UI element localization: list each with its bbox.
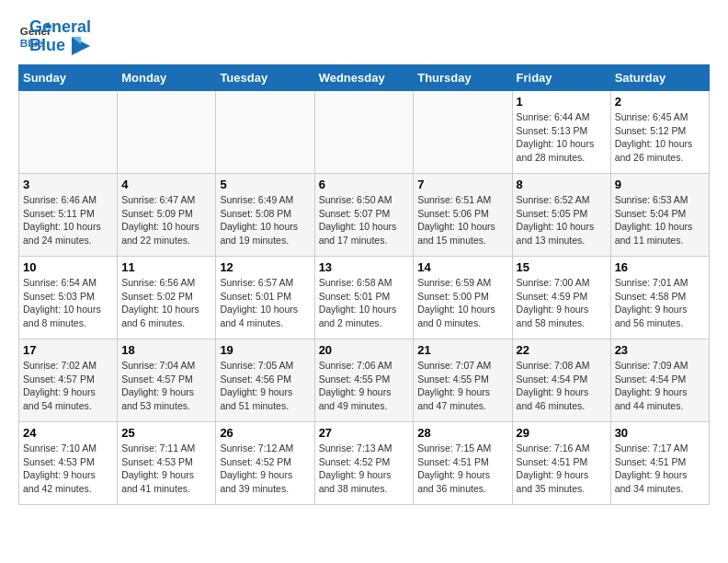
calendar-cell: 4Sunrise: 6:47 AMSunset: 5:09 PMDaylight…	[118, 174, 216, 257]
calendar-cell: 28Sunrise: 7:15 AMSunset: 4:51 PMDayligh…	[414, 422, 512, 505]
calendar-cell: 22Sunrise: 7:08 AMSunset: 4:54 PMDayligh…	[512, 339, 610, 422]
calendar-cell: 14Sunrise: 6:59 AMSunset: 5:00 PMDayligh…	[414, 257, 512, 339]
day-number: 1	[517, 95, 607, 109]
calendar-cell: 7Sunrise: 6:51 AMSunset: 5:06 PMDaylight…	[414, 174, 512, 257]
calendar-cell	[314, 91, 414, 174]
day-number: 22	[517, 343, 607, 357]
day-number: 20	[319, 343, 410, 357]
calendar-cell: 20Sunrise: 7:06 AMSunset: 4:55 PMDayligh…	[314, 339, 414, 422]
day-info: Sunrise: 6:58 AMSunset: 5:01 PMDaylight:…	[319, 276, 410, 330]
day-info: Sunrise: 7:00 AMSunset: 4:59 PMDaylight:…	[517, 276, 607, 330]
logo-name: GeneralBlue	[29, 18, 91, 55]
day-info: Sunrise: 7:13 AMSunset: 4:52 PMDaylight:…	[319, 442, 410, 496]
day-number: 18	[121, 343, 211, 357]
day-info: Sunrise: 6:49 AMSunset: 5:08 PMDaylight:…	[220, 193, 310, 247]
page-header: General Blue GeneralBlue	[18, 18, 710, 55]
calendar-cell: 25Sunrise: 7:11 AMSunset: 4:53 PMDayligh…	[118, 422, 216, 505]
day-number: 16	[615, 260, 705, 274]
calendar-cell: 18Sunrise: 7:04 AMSunset: 4:57 PMDayligh…	[118, 339, 216, 422]
day-number: 4	[121, 178, 211, 191]
day-info: Sunrise: 7:02 AMSunset: 4:57 PMDaylight:…	[23, 359, 113, 413]
day-info: Sunrise: 7:17 AMSunset: 4:51 PMDaylight:…	[615, 442, 705, 496]
day-number: 8	[517, 178, 607, 191]
calendar-cell: 29Sunrise: 7:16 AMSunset: 4:51 PMDayligh…	[512, 422, 610, 505]
calendar-week-row: 3Sunrise: 6:46 AMSunset: 5:11 PMDaylight…	[19, 174, 710, 257]
weekday-header: Saturday	[610, 65, 709, 91]
calendar-cell	[216, 91, 314, 174]
calendar-cell: 17Sunrise: 7:02 AMSunset: 4:57 PMDayligh…	[19, 339, 118, 422]
day-number: 17	[23, 343, 113, 357]
calendar-cell: 19Sunrise: 7:05 AMSunset: 4:56 PMDayligh…	[216, 339, 314, 422]
day-number: 5	[220, 178, 310, 191]
calendar-cell: 23Sunrise: 7:09 AMSunset: 4:54 PMDayligh…	[610, 339, 709, 422]
day-info: Sunrise: 7:15 AMSunset: 4:51 PMDaylight:…	[417, 442, 507, 496]
day-number: 23	[615, 343, 705, 357]
day-number: 10	[23, 260, 113, 274]
calendar-table: SundayMondayTuesdayWednesdayThursdayFrid…	[18, 64, 710, 505]
day-info: Sunrise: 7:04 AMSunset: 4:57 PMDaylight:…	[121, 359, 211, 413]
calendar-week-row: 17Sunrise: 7:02 AMSunset: 4:57 PMDayligh…	[19, 339, 710, 422]
day-info: Sunrise: 6:44 AMSunset: 5:13 PMDaylight:…	[517, 110, 607, 165]
day-info: Sunrise: 6:47 AMSunset: 5:09 PMDaylight:…	[121, 193, 211, 247]
day-number: 25	[121, 426, 211, 440]
weekday-header: Friday	[512, 65, 610, 91]
day-info: Sunrise: 6:59 AMSunset: 5:00 PMDaylight:…	[417, 276, 507, 330]
calendar-cell: 12Sunrise: 6:57 AMSunset: 5:01 PMDayligh…	[216, 257, 314, 339]
day-number: 12	[220, 260, 310, 274]
weekday-header: Wednesday	[314, 65, 414, 91]
day-number: 19	[220, 343, 310, 357]
day-info: Sunrise: 6:56 AMSunset: 5:02 PMDaylight:…	[121, 276, 211, 330]
day-info: Sunrise: 7:16 AMSunset: 4:51 PMDaylight:…	[517, 442, 607, 496]
calendar-cell	[19, 91, 118, 174]
logo: General Blue GeneralBlue	[18, 18, 91, 55]
calendar-cell	[118, 91, 216, 174]
day-number: 3	[23, 178, 113, 191]
calendar-cell: 5Sunrise: 6:49 AMSunset: 5:08 PMDaylight…	[216, 174, 314, 257]
day-info: Sunrise: 6:54 AMSunset: 5:03 PMDaylight:…	[23, 276, 113, 330]
day-number: 6	[319, 178, 410, 191]
weekday-header: Monday	[118, 65, 216, 91]
day-number: 2	[615, 95, 705, 109]
day-info: Sunrise: 7:10 AMSunset: 4:53 PMDaylight:…	[23, 442, 113, 496]
day-info: Sunrise: 7:08 AMSunset: 4:54 PMDaylight:…	[517, 359, 607, 413]
day-number: 28	[417, 426, 507, 440]
day-number: 7	[417, 178, 507, 191]
day-number: 15	[517, 260, 607, 274]
day-info: Sunrise: 6:50 AMSunset: 5:07 PMDaylight:…	[319, 193, 410, 247]
day-info: Sunrise: 7:06 AMSunset: 4:55 PMDaylight:…	[319, 359, 410, 413]
day-number: 26	[220, 426, 310, 440]
day-number: 29	[517, 426, 607, 440]
calendar-cell: 30Sunrise: 7:17 AMSunset: 4:51 PMDayligh…	[610, 422, 709, 505]
day-info: Sunrise: 7:12 AMSunset: 4:52 PMDaylight:…	[220, 442, 310, 496]
calendar-cell: 10Sunrise: 6:54 AMSunset: 5:03 PMDayligh…	[19, 257, 118, 339]
day-info: Sunrise: 7:11 AMSunset: 4:53 PMDaylight:…	[121, 442, 211, 496]
calendar-cell: 15Sunrise: 7:00 AMSunset: 4:59 PMDayligh…	[512, 257, 610, 339]
day-info: Sunrise: 7:07 AMSunset: 4:55 PMDaylight:…	[417, 359, 507, 413]
calendar-cell: 11Sunrise: 6:56 AMSunset: 5:02 PMDayligh…	[118, 257, 216, 339]
calendar-week-row: 10Sunrise: 6:54 AMSunset: 5:03 PMDayligh…	[19, 257, 710, 339]
day-info: Sunrise: 6:45 AMSunset: 5:12 PMDaylight:…	[615, 110, 705, 165]
day-number: 24	[23, 426, 113, 440]
calendar-cell	[414, 91, 512, 174]
day-number: 11	[121, 260, 211, 274]
calendar-cell: 3Sunrise: 6:46 AMSunset: 5:11 PMDaylight…	[19, 174, 118, 257]
calendar-cell: 6Sunrise: 6:50 AMSunset: 5:07 PMDaylight…	[314, 174, 414, 257]
weekday-header: Thursday	[414, 65, 512, 91]
day-info: Sunrise: 6:46 AMSunset: 5:11 PMDaylight:…	[23, 193, 113, 247]
day-number: 13	[319, 260, 410, 274]
calendar-cell: 9Sunrise: 6:53 AMSunset: 5:04 PMDaylight…	[610, 174, 709, 257]
calendar-cell: 26Sunrise: 7:12 AMSunset: 4:52 PMDayligh…	[216, 422, 314, 505]
calendar-cell: 2Sunrise: 6:45 AMSunset: 5:12 PMDaylight…	[610, 91, 709, 174]
calendar-cell: 27Sunrise: 7:13 AMSunset: 4:52 PMDayligh…	[314, 422, 414, 505]
day-info: Sunrise: 6:51 AMSunset: 5:06 PMDaylight:…	[417, 193, 507, 247]
day-number: 30	[615, 426, 705, 440]
day-number: 9	[615, 178, 705, 191]
weekday-header: Sunday	[19, 65, 118, 91]
weekday-header: Tuesday	[216, 65, 314, 91]
day-info: Sunrise: 7:09 AMSunset: 4:54 PMDaylight:…	[615, 359, 705, 413]
day-number: 27	[319, 426, 410, 440]
calendar-week-row: 1Sunrise: 6:44 AMSunset: 5:13 PMDaylight…	[19, 91, 710, 174]
day-number: 21	[417, 343, 507, 357]
calendar-cell: 1Sunrise: 6:44 AMSunset: 5:13 PMDaylight…	[512, 91, 610, 174]
calendar-week-row: 24Sunrise: 7:10 AMSunset: 4:53 PMDayligh…	[19, 422, 710, 505]
